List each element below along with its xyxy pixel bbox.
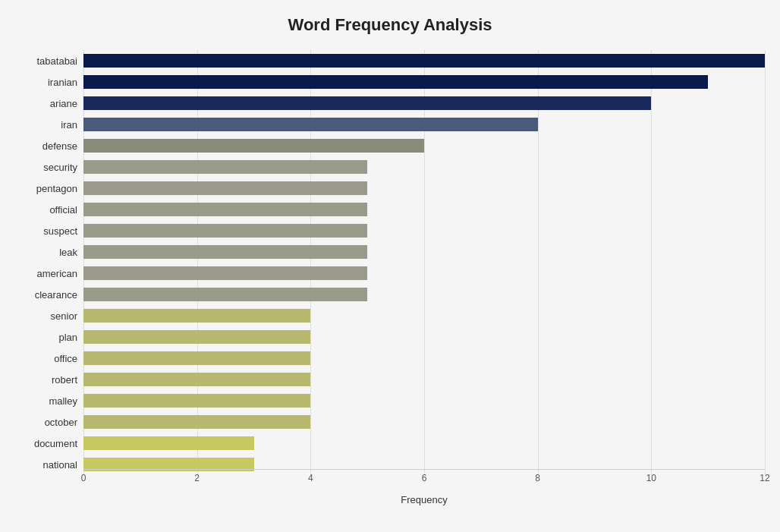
bar-row	[83, 329, 765, 345]
bar-row	[83, 222, 765, 239]
bar	[83, 288, 367, 301]
bar-row	[83, 350, 765, 367]
y-axis-label: document	[34, 439, 77, 449]
y-axis-label: iran	[61, 120, 77, 130]
bars-wrapper	[83, 50, 765, 475]
bar-row	[83, 286, 765, 303]
bar	[83, 96, 651, 110]
bar-row	[83, 74, 765, 90]
y-axis-label: plan	[58, 332, 77, 342]
bar-row	[83, 435, 765, 452]
y-axis-label: defense	[42, 141, 77, 151]
bar	[83, 54, 765, 68]
x-tick-label: 4	[308, 473, 313, 483]
bar-row	[83, 307, 765, 324]
bar	[83, 394, 310, 408]
y-axis-label: suspect	[43, 226, 77, 236]
chart-container: Word Frequency Analysis tabatabaiiranian…	[0, 0, 780, 532]
y-axis-label: office	[54, 354, 77, 364]
x-tick-label: 0	[81, 473, 86, 483]
bar	[83, 75, 708, 89]
bar-row	[83, 392, 765, 409]
bar	[83, 245, 367, 259]
y-labels: tabatabaiiranianarianeirandefensesecurit…	[15, 50, 83, 475]
y-axis-label: senior	[51, 311, 77, 321]
chart-title: Word Frequency Analysis	[15, 15, 765, 35]
bar	[83, 139, 424, 153]
bars-and-grid: 024681012 Frequency	[83, 50, 765, 475]
y-axis-label: october	[45, 417, 77, 427]
x-tick-container: 024681012	[83, 473, 765, 488]
x-axis-label: Frequency	[401, 494, 447, 505]
bar-row	[83, 159, 765, 175]
bar	[83, 203, 367, 216]
bar-row	[83, 52, 765, 69]
bar-row	[83, 137, 765, 154]
bar	[83, 266, 367, 280]
bar	[83, 436, 254, 450]
bar-row	[83, 414, 765, 430]
x-axis: 024681012 Frequency	[83, 469, 765, 505]
x-tick-label: 8	[535, 473, 540, 483]
bar	[83, 181, 367, 195]
y-axis-label: pentagon	[36, 184, 77, 194]
bar-row	[83, 371, 765, 388]
bar	[83, 373, 310, 386]
x-tick-label: 2	[194, 473, 200, 483]
y-axis-label: robert	[52, 375, 77, 385]
y-axis-label: security	[43, 162, 77, 172]
y-axis-label: iranian	[48, 77, 77, 87]
bar-row	[83, 116, 765, 133]
y-axis-label: tabatabai	[37, 56, 78, 66]
bar	[83, 309, 310, 323]
grid-line	[765, 50, 766, 475]
x-tick-label: 10	[646, 473, 656, 483]
bar-row	[83, 95, 765, 112]
y-axis-label: malley	[49, 396, 77, 406]
y-axis-label: official	[49, 205, 77, 215]
bar-row	[83, 180, 765, 197]
chart-area: tabatabaiiranianarianeirandefensesecurit…	[15, 50, 765, 490]
bar-row	[83, 244, 765, 260]
y-axis-label: national	[42, 460, 77, 470]
y-axis-label: ariane	[50, 99, 77, 109]
bar-row	[83, 201, 765, 218]
y-axis-label: leak	[59, 247, 77, 257]
bar	[83, 118, 538, 131]
x-tick-label: 12	[760, 473, 769, 483]
y-axis-label: american	[37, 269, 77, 279]
bar	[83, 224, 367, 238]
bar	[83, 351, 310, 365]
bar	[83, 415, 310, 429]
bar-row	[83, 265, 765, 282]
x-tick-label: 6	[422, 473, 427, 483]
bar	[83, 160, 367, 174]
bar	[83, 330, 310, 344]
y-axis-label: clearance	[35, 290, 77, 300]
x-axis-line	[83, 469, 765, 470]
